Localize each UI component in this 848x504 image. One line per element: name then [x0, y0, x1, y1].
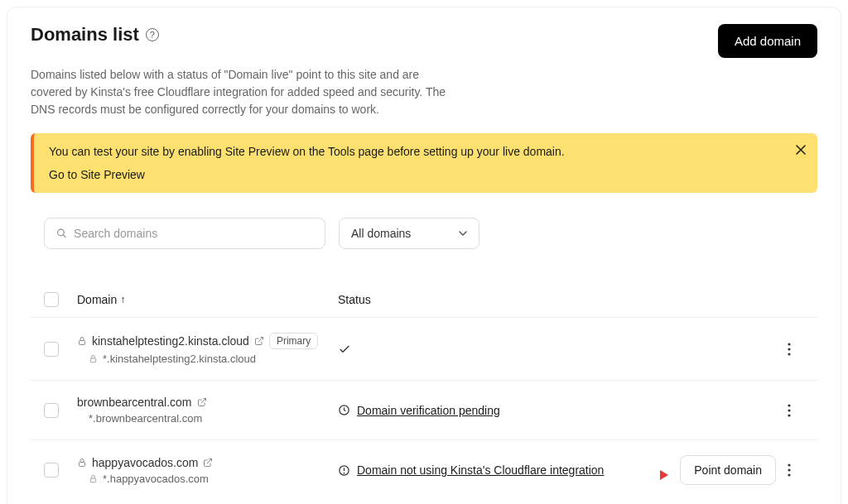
close-icon	[796, 145, 806, 155]
row-menu-button[interactable]	[788, 343, 804, 356]
lock-icon	[89, 354, 98, 363]
svg-line-14	[207, 458, 212, 463]
column-domain[interactable]: Domain ↑	[77, 293, 338, 306]
page-description: Domains listed below with a status of "D…	[31, 66, 461, 118]
filter-label: All domains	[351, 227, 411, 240]
table-header: Domain ↑ Status	[31, 282, 817, 318]
table-row: happyavocados.com *.happyavocados.com Do…	[31, 440, 817, 500]
column-domain-label: Domain	[77, 293, 117, 306]
domain-name: brownbearcentral.com	[77, 396, 192, 409]
row-menu-button[interactable]	[788, 404, 804, 417]
svg-point-18	[344, 473, 344, 473]
row-checkbox[interactable]	[44, 403, 59, 418]
svg-point-20	[788, 468, 790, 471]
svg-rect-15	[90, 478, 95, 482]
table-row: kinstahelptesting2.kinsta.cloud Primary …	[31, 318, 817, 381]
info-alert: You can test your site by enabling Site …	[31, 133, 817, 193]
domain-name: kinstahelptesting2.kinsta.cloud	[92, 334, 249, 348]
chevron-down-icon	[459, 229, 467, 238]
lock-icon	[77, 336, 87, 346]
external-link-icon[interactable]	[197, 397, 207, 407]
svg-rect-2	[80, 341, 85, 345]
svg-point-10	[788, 404, 790, 406]
alert-close-button[interactable]	[796, 145, 806, 155]
select-all-checkbox[interactable]	[44, 292, 59, 307]
svg-point-21	[788, 473, 790, 476]
filter-select[interactable]: All domains	[339, 218, 479, 249]
alert-message: You can test your site by enabling Site …	[49, 145, 802, 158]
row-menu-button[interactable]	[788, 463, 804, 477]
row-checkbox[interactable]	[44, 463, 59, 478]
search-icon	[56, 228, 67, 239]
status-text[interactable]: Domain verification pending	[357, 404, 500, 417]
svg-line-8	[201, 399, 206, 404]
alert-icon	[338, 464, 350, 477]
sort-arrow-up-icon: ↑	[120, 294, 125, 305]
svg-point-6	[788, 348, 790, 350]
lock-icon	[89, 474, 98, 483]
status-text[interactable]: Domain not using Kinsta's Cloudflare int…	[357, 463, 604, 477]
svg-point-11	[788, 409, 790, 411]
alert-link[interactable]: Go to Site Preview	[49, 168, 145, 181]
wildcard-domain: *.happyavocados.com	[103, 473, 209, 485]
page-title: Domains list	[31, 24, 139, 46]
wildcard-domain: *.kinstahelptesting2.kinsta.cloud	[103, 353, 256, 365]
external-link-icon[interactable]	[254, 336, 264, 346]
svg-line-3	[258, 338, 263, 343]
column-status-label: Status	[338, 293, 371, 306]
svg-point-12	[788, 414, 790, 416]
domain-name: happyavocados.com	[92, 456, 198, 469]
clock-icon	[338, 404, 350, 416]
wildcard-domain: *.brownbearcentral.com	[89, 412, 202, 425]
add-domain-button[interactable]: Add domain	[718, 24, 817, 58]
primary-badge: Primary	[269, 333, 318, 349]
svg-rect-4	[90, 358, 95, 362]
row-checkbox[interactable]	[44, 342, 59, 357]
point-domain-button[interactable]: Point domain	[680, 455, 776, 485]
column-status[interactable]: Status	[338, 293, 647, 306]
table-row: brownbearcentral.com *.brownbearcentral.…	[31, 381, 817, 440]
search-input[interactable]	[74, 227, 313, 240]
lock-icon	[77, 458, 87, 468]
external-link-icon[interactable]	[203, 458, 213, 468]
svg-point-19	[788, 463, 790, 466]
check-icon	[338, 343, 351, 356]
search-input-wrap[interactable]	[44, 218, 325, 249]
svg-line-1	[63, 235, 65, 238]
svg-rect-13	[80, 462, 85, 466]
svg-point-0	[58, 229, 65, 236]
svg-point-5	[788, 343, 790, 345]
help-icon[interactable]: ?	[146, 28, 159, 41]
svg-point-7	[788, 353, 790, 355]
